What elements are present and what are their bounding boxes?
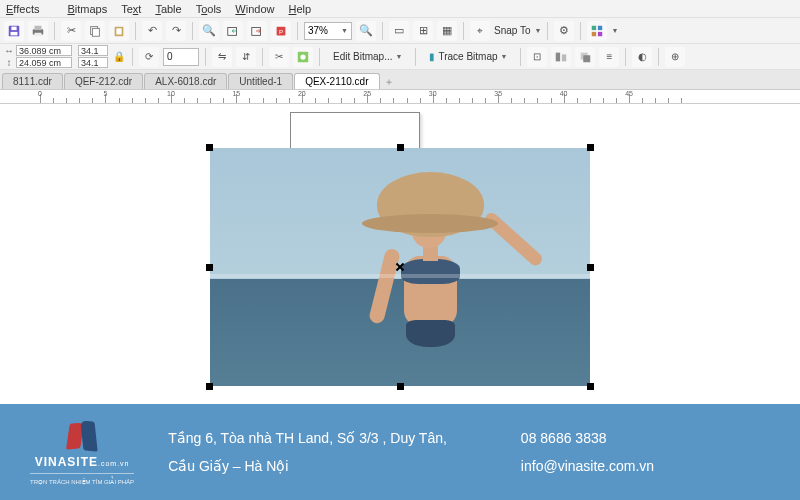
selection-handle[interactable] (587, 383, 594, 390)
options-icon[interactable]: ⚙ (554, 21, 574, 41)
svg-rect-17 (598, 31, 602, 35)
copy-icon[interactable] (85, 21, 105, 41)
separator (580, 22, 581, 40)
footer-phone: 08 8686 3838 (521, 424, 654, 452)
svg-rect-15 (598, 25, 602, 29)
crop-icon[interactable]: ✂ (269, 47, 289, 67)
doc-tab[interactable]: Untitled-1 (228, 73, 293, 89)
separator (520, 48, 521, 66)
mirror-vertical-icon[interactable]: ⇵ (236, 47, 256, 67)
menu-help[interactable]: Help (289, 3, 312, 15)
rulers-icon[interactable]: ⊞ (413, 21, 433, 41)
doc-tab[interactable]: 8111.cdr (2, 73, 63, 89)
align-icon[interactable] (551, 47, 571, 67)
paste-icon[interactable] (109, 21, 129, 41)
transparency-icon[interactable]: ◐ (632, 47, 652, 67)
publish-icon[interactable]: P (271, 21, 291, 41)
separator (547, 22, 548, 40)
chevron-down-icon[interactable]: ▼ (535, 27, 542, 34)
svg-point-19 (300, 54, 305, 59)
chevron-down-icon: ▼ (501, 53, 508, 60)
menu-table[interactable]: Table (155, 3, 181, 15)
separator (463, 22, 464, 40)
rotation-field[interactable]: 0 (163, 48, 199, 66)
app-launcher-icon[interactable] (587, 21, 607, 41)
search-icon[interactable]: 🔍 (199, 21, 219, 41)
wrap-text-icon[interactable]: ≡ (599, 47, 619, 67)
print-icon[interactable] (28, 21, 48, 41)
brand-logo: VINASITE.com.vn TRỌN TRÁCH NHIỆM TÌM GIẢ… (30, 419, 134, 485)
selection-handle[interactable] (206, 383, 213, 390)
edit-bitmap-button[interactable]: Edit Bitmap...▼ (326, 48, 409, 66)
doc-tab[interactable]: ALX-6018.cdr (144, 73, 227, 89)
resample-icon[interactable]: ⊡ (527, 47, 547, 67)
cut-icon[interactable]: ✂ (61, 21, 81, 41)
selection-handle[interactable] (587, 144, 594, 151)
svg-rect-7 (92, 28, 99, 36)
scale-x-field[interactable]: 34.1 (78, 45, 108, 56)
menu-bitmaps[interactable]: Bitmaps (67, 3, 107, 15)
main-toolbar: ✂ ↶ ↷ 🔍 P 37%▼ 🔍 ▭ ⊞ ▦ ⌖ Snap To ▼ ⚙ ▼ (0, 18, 800, 44)
save-icon[interactable] (4, 21, 24, 41)
selection-handle[interactable] (206, 264, 213, 271)
footer-contact: 08 8686 3838 info@vinasite.com.vn (521, 424, 654, 480)
lock-ratio-icon[interactable]: 🔒 (112, 47, 126, 67)
property-bar: ↔36.089 cm ↕24.059 cm 34.1 34.1 🔒 ⟳ 0 ⇋ … (0, 44, 800, 70)
separator (415, 48, 416, 66)
separator (132, 48, 133, 66)
redo-icon[interactable]: ↷ (166, 21, 186, 41)
trace-bitmap-button[interactable]: ▮Trace Bitmap▼ (422, 48, 514, 66)
grid-icon[interactable]: ▦ (437, 21, 457, 41)
scale-y-field[interactable]: 34.1 (78, 57, 108, 68)
export-icon[interactable] (247, 21, 267, 41)
selection-handle[interactable] (397, 144, 404, 151)
menu-text[interactable]: Text (121, 3, 141, 15)
menu-tools[interactable]: Tools (196, 3, 222, 15)
order-icon[interactable] (575, 47, 595, 67)
snap-to-label[interactable]: Snap To (494, 25, 531, 36)
snap-toggle-icon[interactable]: ⌖ (470, 21, 490, 41)
fullscreen-icon[interactable]: ▭ (389, 21, 409, 41)
canvas[interactable]: VINASITE.com.vn TRỌN TRÁCH NHIỆM TÌM GIẢ… (0, 104, 800, 500)
selection-handle[interactable] (206, 144, 213, 151)
selection-handle[interactable] (587, 264, 594, 271)
chevron-down-icon: ▼ (341, 27, 348, 34)
logo-mark-icon (62, 419, 102, 453)
convert-icon[interactable]: ⊕ (665, 47, 685, 67)
doc-tab-active[interactable]: QEX-2110.cdr (294, 73, 379, 89)
svg-rect-1 (11, 31, 18, 35)
separator (625, 48, 626, 66)
svg-rect-5 (35, 32, 42, 36)
svg-rect-20 (556, 52, 560, 61)
selected-bitmap[interactable] (210, 148, 590, 386)
svg-rect-2 (11, 26, 16, 30)
mirror-horizontal-icon[interactable]: ⇋ (212, 47, 232, 67)
y-position-field[interactable]: 24.059 cm (16, 57, 72, 68)
x-position-field[interactable]: 36.089 cm (16, 45, 72, 56)
separator (54, 22, 55, 40)
figure-illustration (370, 172, 492, 362)
doc-tab[interactable]: QEF-212.cdr (64, 73, 143, 89)
ruler-horizontal: 051015202530354045 (0, 90, 800, 104)
chevron-down-icon: ▼ (395, 53, 402, 60)
selection-center-icon[interactable] (395, 262, 405, 272)
svg-text:P: P (279, 27, 283, 34)
zoom-tool-icon[interactable]: 🔍 (356, 21, 376, 41)
x-axis-icon: ↔ (4, 45, 14, 56)
position-fields: ↔36.089 cm ↕24.059 cm (4, 45, 72, 68)
import-icon[interactable] (223, 21, 243, 41)
undo-icon[interactable]: ↶ (142, 21, 162, 41)
separator (297, 22, 298, 40)
selection-handle[interactable] (397, 383, 404, 390)
footer-banner: VINASITE.com.vn TRỌN TRÁCH NHIỆM TÌM GIẢ… (0, 404, 800, 500)
menu-window[interactable]: Window (235, 3, 274, 15)
svg-rect-9 (116, 28, 121, 34)
menu-effects[interactable]: Effects (6, 3, 53, 15)
bitmap-mask-icon[interactable] (293, 47, 313, 67)
y-axis-icon: ↕ (4, 57, 14, 68)
chevron-down-icon[interactable]: ▼ (611, 27, 618, 34)
svg-rect-14 (592, 25, 596, 29)
add-tab-button[interactable]: ＋ (381, 75, 397, 89)
zoom-level-field[interactable]: 37%▼ (304, 22, 352, 40)
rotate-icon[interactable]: ⟳ (139, 47, 159, 67)
